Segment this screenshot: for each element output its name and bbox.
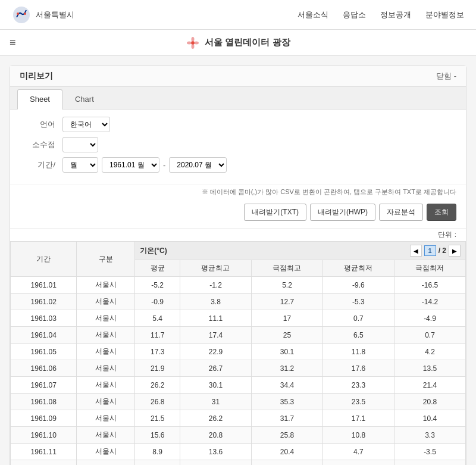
cell-value: 6.5 — [322, 327, 394, 344]
cell-period: 1961.11 — [11, 444, 77, 460]
table-row: 1961.02서울시-0.93.812.7-5.3-14.2 — [11, 294, 466, 310]
cell-value: 21.4 — [394, 377, 465, 394]
analysis-button[interactable]: 자료분석 — [379, 204, 423, 221]
cell-value: -12.5 — [394, 460, 465, 466]
language-select[interactable]: 한국어 — [62, 117, 110, 132]
svg-point-1 — [17, 13, 19, 15]
nav-link-field[interactable]: 분야별정보 — [425, 10, 464, 20]
note-text: ※ 데이터에 콤마(,)가 많아 CSV로 변환이 곤란하여, 탭으로 구분하여… — [10, 185, 466, 201]
cell-value: 12.7 — [251, 294, 322, 310]
page-next-button[interactable]: ▶ — [449, 245, 461, 257]
cell-value: 17.6 — [322, 360, 394, 377]
cell-period: 1961.06 — [11, 360, 77, 377]
cell-value: -0.9 — [135, 294, 180, 310]
cell-value: 11.1 — [180, 310, 252, 327]
cell-period: 1961.01 — [11, 277, 77, 294]
nav-link-response[interactable]: 응답소 — [343, 10, 366, 20]
cell-category: 서울시 — [77, 427, 135, 444]
svg-point-7 — [194, 41, 199, 44]
lookup-button[interactable]: 조회 — [427, 204, 456, 221]
sub-header-max-low: 극점최저 — [394, 260, 465, 277]
table-area[interactable]: 기간 구분 기온(°C) ◀ 1 / 2 — [10, 241, 466, 465]
col-period-header: 기간 — [11, 242, 77, 277]
cell-value: 3.8 — [180, 294, 252, 310]
table-row: 1961.04서울시11.717.4256.50.7 — [11, 327, 466, 344]
preview-header: 미리보기 닫힘 - — [10, 66, 466, 87]
cell-value: -1.2 — [180, 277, 252, 294]
download-txt-button[interactable]: 내려받기(TXT) — [244, 204, 306, 221]
table-row: 1961.09서울시21.526.231.717.110.4 — [11, 410, 466, 427]
cell-value: 3.7 — [180, 460, 252, 466]
nav-link-info[interactable]: 정보공개 — [380, 10, 411, 20]
site-name: 서울특별시 — [36, 10, 74, 20]
cell-period: 1961.02 — [11, 294, 77, 310]
page-separator: / 2 — [439, 246, 446, 255]
sub-nav-title-area: 서울 열린데이터 광장 — [186, 36, 290, 50]
cell-value: -14.2 — [394, 294, 465, 310]
period-dash: - — [163, 161, 165, 170]
hamburger-menu-icon[interactable]: ≡ — [10, 36, 16, 49]
cell-category: 서울시 — [77, 377, 135, 394]
cell-value: 4.2 — [394, 344, 465, 360]
cell-period: 1961.12 — [11, 460, 77, 466]
cell-value: 10.8 — [322, 427, 394, 444]
close-button[interactable]: 닫힘 - — [436, 71, 456, 82]
cell-value: 21.9 — [135, 360, 180, 377]
cell-value: -5.3 — [322, 294, 394, 310]
cell-value: 25 — [251, 327, 322, 344]
site-main-title: 서울 열린데이터 광장 — [205, 37, 290, 48]
cell-category: 서울시 — [77, 344, 135, 360]
cell-period: 1961.10 — [11, 427, 77, 444]
cell-value: -5.2 — [135, 277, 180, 294]
cell-value: 0.7 — [322, 310, 394, 327]
decimal-row: 소수점 — [20, 137, 456, 152]
page-navigation: ◀ 1 / 2 ▶ — [410, 245, 461, 257]
period-start-select[interactable]: 1961.01 월 — [102, 157, 159, 173]
cell-value: 13.5 — [394, 360, 465, 377]
unit-line: 단위 : — [10, 228, 466, 241]
cell-value: 11.8 — [322, 344, 394, 360]
tab-bar: Sheet Chart — [10, 87, 466, 110]
sub-navigation: ≡ 서울 열린데이터 광장 — [0, 30, 476, 56]
page-indicator: 1 — [424, 245, 436, 256]
svg-point-4 — [192, 37, 195, 42]
preview-title: 미리보기 — [20, 71, 53, 82]
cell-period: 1961.08 — [11, 394, 77, 410]
period-end-select[interactable]: 2020.07 월 — [169, 157, 227, 173]
cell-value: -0.7 — [135, 460, 180, 466]
cell-value: -4.5 — [322, 460, 394, 466]
seoul-logo-icon — [12, 5, 31, 24]
cell-category: 서울시 — [77, 277, 135, 294]
table-row: 1961.12서울시-0.73.713-4.5-12.5 — [11, 460, 466, 466]
cell-category: 서울시 — [77, 410, 135, 427]
tab-chart[interactable]: Chart — [62, 89, 107, 109]
cell-value: 20.8 — [180, 427, 252, 444]
table-row: 1961.11서울시8.913.620.44.7-3.5 — [11, 444, 466, 460]
action-bar: 내려받기(TXT) 내려받기(HWP) 자료분석 조회 — [10, 201, 466, 228]
sub-header-avg: 평균 — [135, 260, 180, 277]
nav-link-news[interactable]: 서울소식 — [298, 10, 328, 20]
cell-category: 서울시 — [77, 394, 135, 410]
download-hwp-button[interactable]: 내려받기(HWP) — [310, 204, 375, 221]
cell-value: -4.9 — [394, 310, 465, 327]
language-label: 언어 — [20, 119, 55, 130]
period-unit-select[interactable]: 월 — [62, 157, 98, 173]
decimal-select[interactable] — [62, 137, 98, 152]
flower-icon — [186, 36, 200, 50]
cell-value: 4.7 — [322, 444, 394, 460]
period-label: 기간/ — [20, 160, 55, 170]
period-row: 기간/ 월 1961.01 월 - 2020.07 월 — [20, 157, 456, 173]
cell-value: 20.8 — [394, 394, 465, 410]
page-prev-button[interactable]: ◀ — [410, 245, 422, 257]
cell-period: 1961.07 — [11, 377, 77, 394]
cell-category: 서울시 — [77, 360, 135, 377]
cell-value: 13.6 — [180, 444, 252, 460]
cell-period: 1961.05 — [11, 344, 77, 360]
cell-value: 11.7 — [135, 327, 180, 344]
svg-point-5 — [192, 44, 195, 49]
language-row: 언어 한국어 — [20, 117, 456, 132]
cell-value: -9.6 — [322, 277, 394, 294]
table-row: 1961.10서울시15.620.825.810.83.3 — [11, 427, 466, 444]
cell-value: 20.4 — [251, 444, 322, 460]
tab-sheet[interactable]: Sheet — [17, 89, 62, 110]
